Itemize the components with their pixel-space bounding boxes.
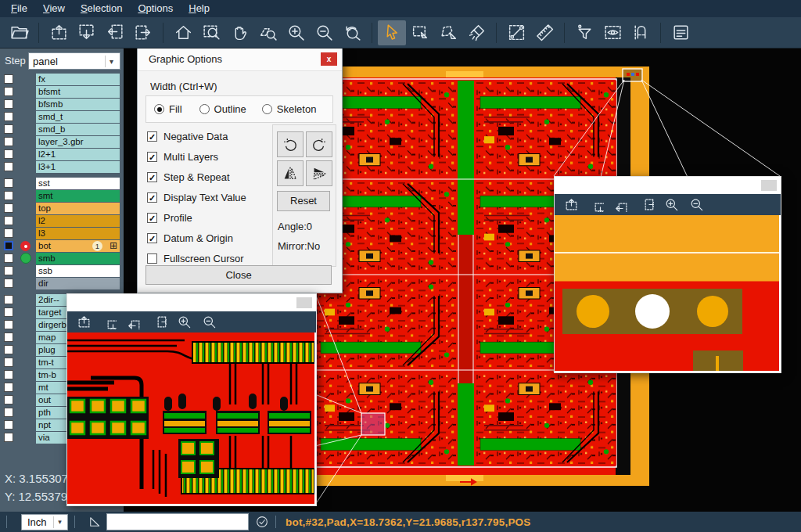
layer-row-bfsmt[interactable]: bfsmt <box>0 86 124 98</box>
layer-checkbox[interactable] <box>4 408 13 417</box>
menu-item-selection[interactable]: Selection <box>73 0 130 17</box>
mirror-horizontal-button[interactable] <box>277 160 304 186</box>
layer-checkbox[interactable] <box>4 320 13 329</box>
layer-checkbox[interactable] <box>4 383 13 392</box>
layer-row-smd_b[interactable]: smd_b <box>0 124 124 135</box>
measure-distance-button[interactable] <box>502 20 530 45</box>
select-arrow-button[interactable] <box>378 20 406 45</box>
window-button[interactable] <box>296 297 312 308</box>
page-left-icon[interactable] <box>127 315 142 329</box>
layer-checkbox[interactable] <box>4 395 13 404</box>
page-right-icon[interactable] <box>639 197 654 212</box>
mirror-vertical-button[interactable] <box>306 160 332 186</box>
layer-row-dir[interactable]: dir <box>0 278 124 289</box>
menu-item-view[interactable]: View <box>35 0 73 17</box>
select-rectangle-button[interactable] <box>406 20 434 45</box>
layer-name[interactable]: layer_3.gbr <box>36 136 120 148</box>
layer-checkbox[interactable] <box>4 74 13 84</box>
layer-row-bfsmb[interactable]: bfsmb <box>0 99 124 110</box>
page-left-icon[interactable] <box>614 197 629 212</box>
checkbox-icon[interactable]: ✓ <box>147 213 157 223</box>
layer-name[interactable]: smb <box>36 253 120 264</box>
menu-item-options[interactable]: Options <box>130 0 181 17</box>
layer-name[interactable]: l2+1 <box>36 149 120 160</box>
layer-checkbox[interactable] <box>4 149 13 159</box>
grid-icon[interactable]: ⊞ <box>110 240 117 252</box>
layer-row-fx[interactable]: fx <box>0 74 124 85</box>
select-polygon-button[interactable] <box>434 20 462 45</box>
command-input[interactable] <box>106 513 249 530</box>
layer-name[interactable]: fx <box>36 74 120 85</box>
rotate-ccw-button[interactable] <box>306 131 332 157</box>
radio-fill[interactable]: Fill <box>154 103 182 115</box>
zoom-in-icon[interactable] <box>664 197 679 212</box>
radio-dot-icon[interactable] <box>199 104 210 114</box>
zoom-out-icon[interactable] <box>202 315 217 329</box>
checkbox-profile[interactable]: ✓Profile <box>147 207 246 228</box>
checkbox-datum-origin[interactable]: ✓Datum & Origin <box>147 228 246 248</box>
zoom-in-button[interactable] <box>282 20 310 45</box>
layer-name[interactable]: smd_b <box>36 124 120 135</box>
zoom-out-button[interactable] <box>310 20 338 45</box>
layer-checkbox[interactable] <box>4 203 13 213</box>
dialog-title-bar[interactable]: Graphic Options x <box>138 48 342 71</box>
layer-name[interactable]: dir <box>36 278 120 289</box>
layer-name[interactable]: bfsmt <box>36 86 120 98</box>
snap-magnet-button[interactable] <box>627 20 655 45</box>
page-down-button[interactable] <box>73 20 101 45</box>
layer-row-sst[interactable]: sst <box>0 178 124 189</box>
checkbox-display-text-value[interactable]: ✓Display Text Value <box>147 187 246 207</box>
confirm-icon[interactable] <box>255 515 269 529</box>
window-title-bar[interactable] <box>555 177 781 194</box>
layer-row-smt[interactable]: smt <box>0 190 124 202</box>
layer-row-l2+1[interactable]: l2+1 <box>0 149 124 160</box>
layer-checkbox[interactable] <box>4 124 13 134</box>
close-button[interactable]: Close <box>145 265 332 285</box>
layer-checkbox[interactable] <box>4 112 13 121</box>
page-up-button[interactable] <box>45 20 73 45</box>
layer-name[interactable]: smt <box>36 190 120 202</box>
zoom-out-icon[interactable] <box>689 197 704 212</box>
layer-checkbox[interactable] <box>4 420 13 430</box>
zoom-in-icon[interactable] <box>177 315 192 329</box>
layer-row-ssb[interactable]: ssb <box>0 265 124 277</box>
zoom-detail-window-left[interactable] <box>66 293 317 506</box>
layer-name[interactable]: top <box>36 203 120 214</box>
checkbox-multi-layers[interactable]: ✓Multi Layers <box>147 146 246 167</box>
angle-measure-icon[interactable] <box>88 515 102 529</box>
radio-dot-icon[interactable] <box>262 104 272 114</box>
checkbox-icon[interactable]: ✓ <box>147 172 157 182</box>
layer-checkbox[interactable] <box>4 178 13 188</box>
checkbox-negative-data[interactable]: ✓Negative Data <box>147 126 246 146</box>
zoom-previous-button[interactable] <box>338 20 366 45</box>
page-up-icon[interactable] <box>77 315 92 329</box>
layer-checkbox[interactable] <box>4 99 13 109</box>
window-button[interactable] <box>761 180 777 191</box>
layer-row-layer_3.gbr[interactable]: layer_3.gbr <box>0 136 124 148</box>
layer-row-bot[interactable]: bot1⊞ <box>0 240 124 252</box>
checkbox-step-repeat[interactable]: ✓Step & Repeat <box>147 167 246 187</box>
radio-skeleton[interactable]: Skeleton <box>262 103 317 115</box>
checkbox-icon[interactable]: ✓ <box>147 152 157 162</box>
pan-hand-button[interactable] <box>225 20 253 45</box>
radio-dot-icon[interactable] <box>154 104 164 114</box>
layer-name[interactable]: ssb <box>36 265 120 277</box>
page-right-button[interactable] <box>129 20 157 45</box>
close-icon[interactable]: x <box>321 52 337 66</box>
checkbox-icon[interactable] <box>147 253 157 264</box>
layer-name[interactable]: l2 <box>36 215 120 227</box>
menu-item-file[interactable]: File <box>3 0 35 17</box>
page-down-icon[interactable] <box>589 197 604 212</box>
layer-checkbox[interactable] <box>4 216 13 225</box>
zoom-content-pcb-detail[interactable] <box>67 332 314 504</box>
layer-checkbox[interactable] <box>4 332 13 342</box>
layer-checkbox[interactable] <box>4 253 13 263</box>
layer-checkbox[interactable] <box>4 345 13 354</box>
rotate-cw-button[interactable] <box>277 131 304 157</box>
layer-checkbox[interactable] <box>4 295 13 304</box>
view-eye-button[interactable] <box>598 20 627 45</box>
window-title-bar[interactable] <box>67 294 316 311</box>
layer-name[interactable]: bot1⊞ <box>36 240 120 252</box>
unit-select[interactable]: Inch ▾ <box>21 514 68 530</box>
open-folder-button[interactable] <box>5 20 33 45</box>
